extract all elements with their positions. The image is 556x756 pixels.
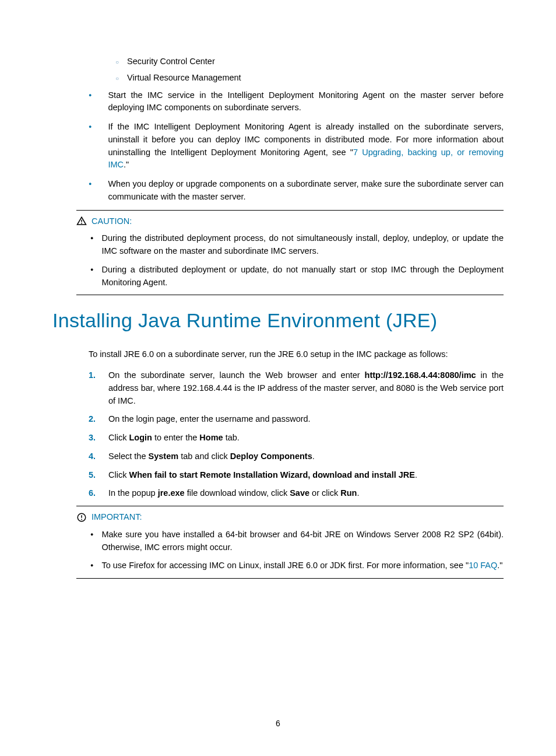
step-number: 6. <box>89 487 108 500</box>
step-number: 4. <box>89 450 108 463</box>
caution-icon <box>76 216 87 226</box>
step-number: 1. <box>89 369 108 382</box>
main-bullet-list: ● Start the IMC service in the Intellige… <box>89 89 504 204</box>
nested-bullet-list: ○ Security Control Center ○ Virtual Reso… <box>115 55 504 85</box>
step-text: On the subordinate server, launch the We… <box>108 369 504 407</box>
step-text: Select the System tab and click Deploy C… <box>108 450 315 463</box>
list-item-text: Make sure you have installed a 64-bit br… <box>101 528 504 554</box>
list-item: ○ Security Control Center <box>115 55 504 68</box>
list-item: ● To use Firefox for accessing IMC on Li… <box>90 559 504 572</box>
bullet-icon: ● <box>90 235 93 243</box>
list-item: ● During the distributed deployment proc… <box>90 232 504 258</box>
hollow-bullet-icon: ○ <box>115 58 119 66</box>
important-list: ● Make sure you have installed a 64-bit … <box>90 528 504 572</box>
svg-point-4 <box>81 519 82 520</box>
caution-title: CAUTION: <box>92 215 132 228</box>
caution-header: CAUTION: <box>76 215 504 228</box>
step-text: Click Login to enter the Home tab. <box>108 432 240 444</box>
bullet-icon: ● <box>90 562 93 570</box>
bullet-icon: ● <box>90 266 93 274</box>
bullet-icon: ● <box>90 531 93 539</box>
step-text: On the login page, enter the username an… <box>108 413 311 426</box>
step-number: 5. <box>89 469 108 482</box>
important-title: IMPORTANT: <box>92 511 142 524</box>
step-item: 1. On the subordinate server, launch the… <box>89 369 504 407</box>
list-item: ● Make sure you have installed a 64-bit … <box>90 528 504 554</box>
list-item-text: During a distributed deployment or updat… <box>101 264 504 289</box>
step-item: 2. On the login page, enter the username… <box>89 413 504 426</box>
list-item-text: Virtual Resource Management <box>127 72 241 85</box>
list-item-text: Security Control Center <box>127 55 215 68</box>
list-item-text: To use Firefox for accessing IMC on Linu… <box>101 559 502 572</box>
numbered-steps: 1. On the subordinate server, launch the… <box>89 369 504 500</box>
caution-box: CAUTION: ● During the distributed deploy… <box>76 210 504 296</box>
step-item: 5. Click When fail to start Remote Insta… <box>89 469 504 482</box>
important-box: IMPORTANT: ● Make sure you have installe… <box>76 506 504 579</box>
important-icon <box>76 512 87 523</box>
list-item: ● If the IMC Intelligent Deployment Moni… <box>89 121 504 172</box>
cross-reference-link[interactable]: 10 FAQ <box>469 561 497 570</box>
step-item: 4. Select the System tab and click Deplo… <box>89 450 504 463</box>
step-text: Click When fail to start Remote Installa… <box>108 469 417 482</box>
important-header: IMPORTANT: <box>76 511 504 524</box>
hollow-bullet-icon: ○ <box>115 74 119 83</box>
caution-list: ● During the distributed deployment proc… <box>90 232 504 289</box>
bullet-icon: ● <box>89 180 92 188</box>
bullet-icon: ● <box>89 92 92 100</box>
list-item: ● During a distributed deployment or upd… <box>90 264 504 289</box>
list-item: ● Start the IMC service in the Intellige… <box>89 89 504 115</box>
list-item: ○ Virtual Resource Management <box>115 72 504 85</box>
section-heading: Installing Java Runtime Environment (JRE… <box>52 306 504 335</box>
list-item-text: When you deploy or upgrade components on… <box>108 178 504 204</box>
page-number: 6 <box>0 718 556 730</box>
svg-point-1 <box>81 223 82 224</box>
step-number: 3. <box>89 432 108 444</box>
list-item-text: During the distributed deployment proces… <box>101 232 504 258</box>
bullet-icon: ● <box>89 123 92 131</box>
step-item: 3. Click Login to enter the Home tab. <box>89 432 504 444</box>
list-item-text: Start the IMC service in the Intelligent… <box>108 89 504 115</box>
step-text: In the popup jre.exe file download windo… <box>108 487 359 500</box>
list-item-text: If the IMC Intelligent Deployment Monito… <box>108 121 504 172</box>
step-number: 2. <box>89 413 108 426</box>
list-item: ● When you deploy or upgrade components … <box>89 178 504 204</box>
intro-paragraph: To install JRE 6.0 on a subordinate serv… <box>89 348 504 361</box>
step-item: 6. In the popup jre.exe file download wi… <box>89 487 504 500</box>
